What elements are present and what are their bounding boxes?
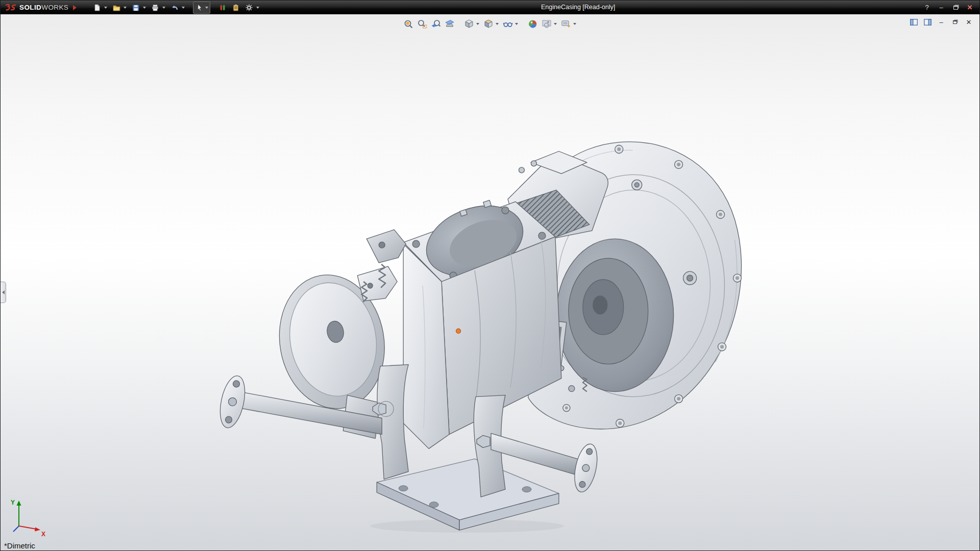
- display-style-icon: [483, 19, 494, 29]
- zoom-to-area-button[interactable]: [416, 18, 428, 30]
- save-button[interactable]: [130, 2, 142, 13]
- zoom-to-area-icon: [417, 19, 427, 29]
- solidworks-logo-icon: [5, 4, 17, 11]
- document-title: EngineCasing [Read-only]: [177, 1, 979, 14]
- hide-show-items-button[interactable]: [502, 18, 514, 30]
- pane-right-icon: [924, 19, 932, 26]
- rebuild-button[interactable]: [216, 2, 229, 13]
- doc-restore-button[interactable]: [950, 18, 960, 26]
- apply-scene-icon: [542, 19, 552, 29]
- view-settings-caret[interactable]: [573, 23, 576, 25]
- print-button[interactable]: [149, 2, 161, 13]
- undo-button[interactable]: [168, 2, 181, 13]
- view-orientation-cube-icon: [464, 19, 474, 29]
- x-axis-label: X: [41, 531, 45, 537]
- print-icon: [151, 4, 159, 12]
- y-axis-arrow: [17, 500, 21, 506]
- view-orientation-caret[interactable]: [476, 23, 479, 25]
- graphics-area[interactable]: – ✕ Y X *Dimetric: [1, 14, 979, 550]
- pane-left-button[interactable]: [909, 18, 918, 26]
- doc-minimize-button[interactable]: –: [937, 18, 946, 26]
- print-caret[interactable]: [162, 7, 165, 9]
- view-orientation-label: *Dimetric: [4, 541, 35, 550]
- orientation-triad: Y X: [8, 496, 47, 537]
- options-button[interactable]: [243, 2, 255, 13]
- close-window-button[interactable]: ✕: [965, 3, 974, 12]
- feature-panel-collapse-tab[interactable]: [1, 282, 6, 303]
- rebuild-icon: [218, 4, 227, 12]
- restore-window-icon: [953, 6, 958, 10]
- open-folder-icon: [112, 4, 120, 12]
- engine-casing-model[interactable]: [1, 14, 979, 550]
- options-caret[interactable]: [256, 7, 259, 9]
- restore-window-button[interactable]: [951, 3, 960, 12]
- file-properties-icon: [232, 4, 240, 12]
- document-window-controls: – ✕: [909, 18, 973, 26]
- quick-access-toolbar: [91, 2, 261, 14]
- edit-appearance-ball-icon: [528, 19, 538, 29]
- undo-icon: [170, 4, 179, 12]
- zoom-to-fit-button[interactable]: [402, 18, 414, 30]
- pane-left-icon: [910, 19, 918, 26]
- view-orientation-button[interactable]: [463, 18, 475, 30]
- apply-scene-button[interactable]: [541, 18, 553, 30]
- new-document-button[interactable]: [91, 2, 103, 13]
- open-caret[interactable]: [124, 7, 127, 9]
- heads-up-view-toolbar: [402, 18, 578, 30]
- engine-casing-geometry[interactable]: [216, 142, 741, 533]
- previous-view-icon: [431, 19, 441, 29]
- select-tool-caret[interactable]: [205, 7, 208, 9]
- pane-right-button[interactable]: [923, 18, 932, 26]
- collapse-arrow-icon: [2, 290, 5, 294]
- open-button[interactable]: [110, 2, 122, 13]
- doc-restore-icon: [953, 20, 957, 24]
- window-controls: ? – ✕: [922, 3, 979, 12]
- save-icon: [132, 4, 140, 12]
- solidworks-window: SOLIDWORKS: [0, 0, 980, 551]
- hide-show-items-caret[interactable]: [515, 23, 518, 25]
- display-style-button[interactable]: [482, 18, 495, 30]
- z-axis-arrow: [13, 526, 19, 532]
- menu-expand-arrow[interactable]: [73, 5, 77, 10]
- selection-point-marker[interactable]: [456, 329, 461, 333]
- solidworks-logo: SOLIDWORKS: [1, 4, 82, 11]
- view-settings-icon: [561, 19, 571, 29]
- display-style-caret[interactable]: [496, 23, 499, 25]
- x-axis-arrow: [35, 528, 40, 532]
- select-tool-button[interactable]: [194, 2, 205, 13]
- file-properties-button[interactable]: [230, 2, 242, 13]
- minimize-window-button[interactable]: –: [937, 3, 946, 12]
- save-caret[interactable]: [143, 7, 146, 9]
- view-settings-button[interactable]: [560, 18, 572, 30]
- section-view-icon: [445, 19, 455, 29]
- previous-view-button[interactable]: [430, 18, 442, 30]
- zoom-to-fit-icon: [403, 19, 413, 29]
- options-gear-icon: [245, 4, 253, 12]
- y-axis-label: Y: [11, 499, 15, 506]
- new-document-icon: [93, 4, 101, 12]
- apply-scene-caret[interactable]: [554, 23, 557, 25]
- hide-show-glasses-icon: [503, 19, 513, 29]
- title-bar: SOLIDWORKS: [1, 1, 979, 14]
- select-tool-group: [193, 2, 210, 14]
- edit-appearance-button[interactable]: [527, 18, 539, 30]
- section-view-button[interactable]: [444, 18, 456, 30]
- select-cursor-icon: [195, 4, 204, 12]
- new-document-caret[interactable]: [104, 7, 107, 9]
- undo-caret[interactable]: [182, 7, 185, 9]
- help-button[interactable]: ?: [922, 3, 932, 12]
- doc-close-button[interactable]: ✕: [964, 18, 973, 26]
- brand-name: SOLIDWORKS: [19, 4, 68, 11]
